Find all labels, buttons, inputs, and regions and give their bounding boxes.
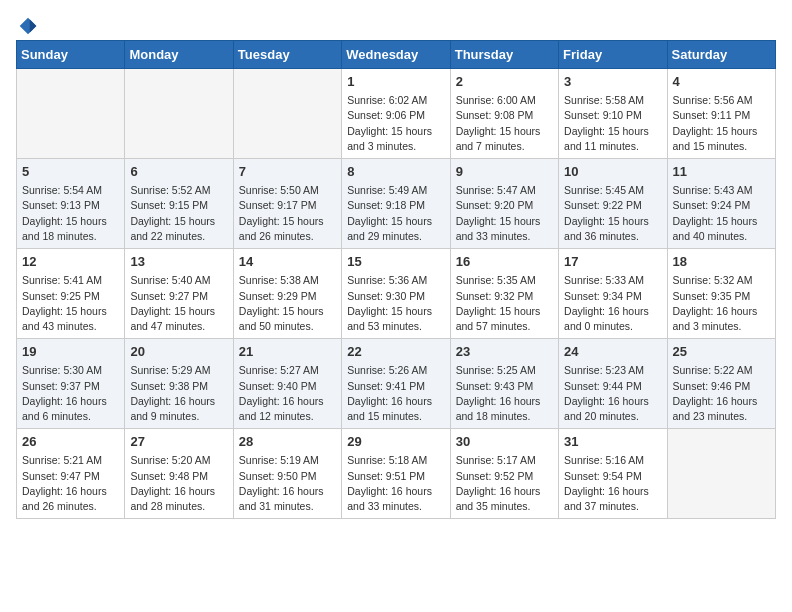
calendar-week-row: 5Sunrise: 5:54 AM Sunset: 9:13 PM Daylig…: [17, 159, 776, 249]
calendar-day-cell: 16Sunrise: 5:35 AM Sunset: 9:32 PM Dayli…: [450, 249, 558, 339]
calendar-day-cell: 11Sunrise: 5:43 AM Sunset: 9:24 PM Dayli…: [667, 159, 775, 249]
calendar-day-cell: 22Sunrise: 5:26 AM Sunset: 9:41 PM Dayli…: [342, 339, 450, 429]
calendar-day-cell: 3Sunrise: 5:58 AM Sunset: 9:10 PM Daylig…: [559, 69, 667, 159]
day-info: Sunrise: 5:17 AM Sunset: 9:52 PM Dayligh…: [456, 453, 553, 514]
calendar-header-sunday: Sunday: [17, 41, 125, 69]
calendar-day-cell: 31Sunrise: 5:16 AM Sunset: 9:54 PM Dayli…: [559, 429, 667, 519]
day-number: 29: [347, 433, 444, 451]
day-info: Sunrise: 5:33 AM Sunset: 9:34 PM Dayligh…: [564, 273, 661, 334]
calendar-day-cell: 13Sunrise: 5:40 AM Sunset: 9:27 PM Dayli…: [125, 249, 233, 339]
day-number: 30: [456, 433, 553, 451]
calendar-week-row: 26Sunrise: 5:21 AM Sunset: 9:47 PM Dayli…: [17, 429, 776, 519]
day-info: Sunrise: 5:29 AM Sunset: 9:38 PM Dayligh…: [130, 363, 227, 424]
calendar-day-cell: 30Sunrise: 5:17 AM Sunset: 9:52 PM Dayli…: [450, 429, 558, 519]
day-info: Sunrise: 5:50 AM Sunset: 9:17 PM Dayligh…: [239, 183, 336, 244]
calendar-day-cell: 2Sunrise: 6:00 AM Sunset: 9:08 PM Daylig…: [450, 69, 558, 159]
calendar-day-cell: 6Sunrise: 5:52 AM Sunset: 9:15 PM Daylig…: [125, 159, 233, 249]
day-info: Sunrise: 5:36 AM Sunset: 9:30 PM Dayligh…: [347, 273, 444, 334]
calendar-day-cell: 19Sunrise: 5:30 AM Sunset: 9:37 PM Dayli…: [17, 339, 125, 429]
calendar-day-cell: 9Sunrise: 5:47 AM Sunset: 9:20 PM Daylig…: [450, 159, 558, 249]
day-number: 21: [239, 343, 336, 361]
day-info: Sunrise: 5:52 AM Sunset: 9:15 PM Dayligh…: [130, 183, 227, 244]
calendar-day-cell: 14Sunrise: 5:38 AM Sunset: 9:29 PM Dayli…: [233, 249, 341, 339]
day-info: Sunrise: 5:54 AM Sunset: 9:13 PM Dayligh…: [22, 183, 119, 244]
day-number: 5: [22, 163, 119, 181]
day-number: 3: [564, 73, 661, 91]
day-number: 2: [456, 73, 553, 91]
day-info: Sunrise: 5:35 AM Sunset: 9:32 PM Dayligh…: [456, 273, 553, 334]
day-number: 12: [22, 253, 119, 271]
day-number: 17: [564, 253, 661, 271]
day-number: 1: [347, 73, 444, 91]
calendar-day-cell: 20Sunrise: 5:29 AM Sunset: 9:38 PM Dayli…: [125, 339, 233, 429]
day-info: Sunrise: 5:27 AM Sunset: 9:40 PM Dayligh…: [239, 363, 336, 424]
day-number: 11: [673, 163, 770, 181]
calendar-day-cell: 26Sunrise: 5:21 AM Sunset: 9:47 PM Dayli…: [17, 429, 125, 519]
day-info: Sunrise: 5:20 AM Sunset: 9:48 PM Dayligh…: [130, 453, 227, 514]
day-number: 28: [239, 433, 336, 451]
day-info: Sunrise: 5:25 AM Sunset: 9:43 PM Dayligh…: [456, 363, 553, 424]
calendar-day-cell: 17Sunrise: 5:33 AM Sunset: 9:34 PM Dayli…: [559, 249, 667, 339]
day-number: 16: [456, 253, 553, 271]
calendar-day-cell: [233, 69, 341, 159]
day-number: 7: [239, 163, 336, 181]
day-number: 13: [130, 253, 227, 271]
calendar-day-cell: 4Sunrise: 5:56 AM Sunset: 9:11 PM Daylig…: [667, 69, 775, 159]
calendar-header-saturday: Saturday: [667, 41, 775, 69]
day-info: Sunrise: 5:56 AM Sunset: 9:11 PM Dayligh…: [673, 93, 770, 154]
page-header: [16, 16, 776, 28]
calendar-header-tuesday: Tuesday: [233, 41, 341, 69]
calendar-header-wednesday: Wednesday: [342, 41, 450, 69]
day-number: 27: [130, 433, 227, 451]
calendar-day-cell: 7Sunrise: 5:50 AM Sunset: 9:17 PM Daylig…: [233, 159, 341, 249]
calendar-day-cell: 12Sunrise: 5:41 AM Sunset: 9:25 PM Dayli…: [17, 249, 125, 339]
day-info: Sunrise: 5:19 AM Sunset: 9:50 PM Dayligh…: [239, 453, 336, 514]
svg-marker-1: [30, 19, 37, 32]
calendar-header-row: SundayMondayTuesdayWednesdayThursdayFrid…: [17, 41, 776, 69]
calendar-day-cell: [667, 429, 775, 519]
day-number: 19: [22, 343, 119, 361]
logo: [16, 16, 38, 28]
calendar-day-cell: 21Sunrise: 5:27 AM Sunset: 9:40 PM Dayli…: [233, 339, 341, 429]
day-info: Sunrise: 5:22 AM Sunset: 9:46 PM Dayligh…: [673, 363, 770, 424]
day-number: 6: [130, 163, 227, 181]
day-number: 20: [130, 343, 227, 361]
calendar-day-cell: [125, 69, 233, 159]
calendar-day-cell: 5Sunrise: 5:54 AM Sunset: 9:13 PM Daylig…: [17, 159, 125, 249]
day-number: 15: [347, 253, 444, 271]
day-number: 18: [673, 253, 770, 271]
day-info: Sunrise: 5:38 AM Sunset: 9:29 PM Dayligh…: [239, 273, 336, 334]
calendar-week-row: 12Sunrise: 5:41 AM Sunset: 9:25 PM Dayli…: [17, 249, 776, 339]
day-info: Sunrise: 5:43 AM Sunset: 9:24 PM Dayligh…: [673, 183, 770, 244]
calendar-day-cell: 27Sunrise: 5:20 AM Sunset: 9:48 PM Dayli…: [125, 429, 233, 519]
calendar-table: SundayMondayTuesdayWednesdayThursdayFrid…: [16, 40, 776, 519]
day-number: 8: [347, 163, 444, 181]
day-info: Sunrise: 5:21 AM Sunset: 9:47 PM Dayligh…: [22, 453, 119, 514]
calendar-day-cell: 24Sunrise: 5:23 AM Sunset: 9:44 PM Dayli…: [559, 339, 667, 429]
logo-icon: [18, 16, 38, 36]
calendar-week-row: 1Sunrise: 6:02 AM Sunset: 9:06 PM Daylig…: [17, 69, 776, 159]
calendar-day-cell: 25Sunrise: 5:22 AM Sunset: 9:46 PM Dayli…: [667, 339, 775, 429]
day-number: 22: [347, 343, 444, 361]
day-number: 14: [239, 253, 336, 271]
day-info: Sunrise: 6:02 AM Sunset: 9:06 PM Dayligh…: [347, 93, 444, 154]
calendar-day-cell: 23Sunrise: 5:25 AM Sunset: 9:43 PM Dayli…: [450, 339, 558, 429]
calendar-header-monday: Monday: [125, 41, 233, 69]
day-info: Sunrise: 5:40 AM Sunset: 9:27 PM Dayligh…: [130, 273, 227, 334]
day-number: 25: [673, 343, 770, 361]
day-info: Sunrise: 5:26 AM Sunset: 9:41 PM Dayligh…: [347, 363, 444, 424]
day-number: 26: [22, 433, 119, 451]
calendar-day-cell: [17, 69, 125, 159]
calendar-day-cell: 18Sunrise: 5:32 AM Sunset: 9:35 PM Dayli…: [667, 249, 775, 339]
day-number: 4: [673, 73, 770, 91]
calendar-day-cell: 8Sunrise: 5:49 AM Sunset: 9:18 PM Daylig…: [342, 159, 450, 249]
day-info: Sunrise: 5:45 AM Sunset: 9:22 PM Dayligh…: [564, 183, 661, 244]
day-number: 31: [564, 433, 661, 451]
day-info: Sunrise: 5:23 AM Sunset: 9:44 PM Dayligh…: [564, 363, 661, 424]
day-number: 24: [564, 343, 661, 361]
day-info: Sunrise: 5:16 AM Sunset: 9:54 PM Dayligh…: [564, 453, 661, 514]
calendar-header-friday: Friday: [559, 41, 667, 69]
day-info: Sunrise: 5:32 AM Sunset: 9:35 PM Dayligh…: [673, 273, 770, 334]
calendar-day-cell: 15Sunrise: 5:36 AM Sunset: 9:30 PM Dayli…: [342, 249, 450, 339]
calendar-week-row: 19Sunrise: 5:30 AM Sunset: 9:37 PM Dayli…: [17, 339, 776, 429]
